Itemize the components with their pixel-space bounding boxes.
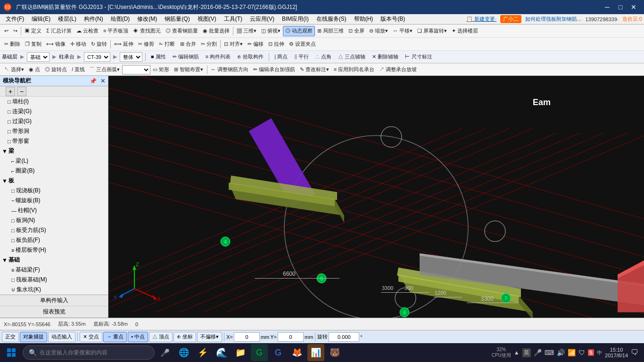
tb-select-tool[interactable]: ↖ 选择▾	[2, 65, 26, 75]
btn-vertex[interactable]: △ 顶点	[149, 332, 173, 342]
tb-check-mark[interactable]: ✎ 查改标注▾	[297, 65, 331, 75]
bc-whole-select[interactable]: 整体	[120, 52, 142, 62]
tb-zoom[interactable]: ⊖ 缩放▾	[367, 26, 390, 36]
tree-item-linliang[interactable]: □ 连梁(G)	[0, 107, 108, 116]
tb-delete-axis[interactable]: ✕ 删除辅轴	[370, 52, 401, 62]
logo-btn[interactable]: 广小二	[500, 15, 521, 23]
menu-tools[interactable]: 工具(T)	[220, 14, 246, 24]
tb-set-grip[interactable]: ⚙ 设置夹点	[287, 39, 318, 49]
tb-line[interactable]: / 直线	[69, 65, 87, 75]
taskbar-bear-btn[interactable]: 🐻	[326, 344, 343, 361]
tb-level-slab[interactable]: ≡ 平齐板顶	[101, 26, 131, 36]
tb-rotate[interactable]: ↻ 旋转	[89, 39, 109, 49]
menu-edit[interactable]: 编辑(E)	[28, 14, 54, 24]
tb-batch-select[interactable]: ◉ 批量选择	[200, 26, 232, 36]
tree-item-xianjiaob[interactable]: □ 现浇板(B)	[0, 186, 108, 196]
new-change-btn[interactable]: 📋 新建变更·	[466, 16, 496, 23]
tree-item-banfujin[interactable]: □ 板负筋(F)	[0, 235, 108, 245]
tb-delete[interactable]: ✂ 删除	[2, 39, 23, 49]
btn-no-offset[interactable]: 不偏移▾	[197, 332, 222, 342]
tree-item-loudaiban[interactable]: ≡ 楼层板带(H)	[0, 245, 108, 255]
bc-foundation-select[interactable]: 基础	[27, 52, 50, 62]
sidebar-minus-btn[interactable]: −	[17, 87, 26, 96]
start-button[interactable]	[2, 344, 21, 361]
tb-fullscreen[interactable]: ⊡ 全屏	[346, 26, 367, 36]
menu-view[interactable]: 视图(V)	[194, 14, 220, 24]
taskbar-green-btn[interactable]: G	[251, 344, 268, 361]
tree-section-liang[interactable]: ▼ 梁	[0, 146, 108, 156]
tb-define[interactable]: ▣ 定义	[22, 26, 44, 36]
tb-move[interactable]: ✛ 移动	[68, 39, 89, 49]
tb-parallel[interactable]: ∥ 平行	[292, 52, 311, 62]
tb-smart-layout[interactable]: ⊞ 智能布置▾	[172, 65, 206, 75]
tb-select-floor[interactable]: ✦ 选择楼层	[449, 26, 480, 36]
sys-network-icon[interactable]: 📶	[568, 349, 576, 356]
maximize-button[interactable]: □	[614, 0, 627, 14]
menu-component[interactable]: 构件(N)	[80, 14, 107, 24]
tb-find-element[interactable]: ◈ 查找图元	[131, 26, 163, 36]
tb-redo[interactable]: ↪	[11, 26, 20, 36]
tb-arc-select[interactable]	[122, 65, 150, 74]
tb-component-list[interactable]: ≡ 构件列表	[203, 52, 233, 62]
tb-view-steel[interactable]: ◎ 查看钢筋量	[163, 26, 200, 36]
sidebar-plus-btn[interactable]: +	[6, 87, 15, 96]
taskbar-folder-btn[interactable]: 📁	[232, 344, 249, 361]
tb-adjust-slope[interactable]: ↗ 调整承台放坡	[377, 65, 419, 75]
tb-3d[interactable]: ▦ 三维▾	[234, 26, 259, 36]
tb-apply-same[interactable]: ≡ 应用到同名承台	[331, 65, 377, 75]
tb-dim-mark[interactable]: ⊢ 尺寸标注	[403, 52, 434, 62]
close-button[interactable]: ✕	[627, 0, 640, 14]
taskbar-calc-btn[interactable]: 📊	[307, 344, 324, 361]
time-display[interactable]: 15:10 2017/8/14	[605, 347, 628, 358]
tb-point-tool[interactable]: ◉ 点	[26, 65, 42, 75]
menu-file[interactable]: 文件(F)	[2, 14, 28, 24]
taskbar-blue-g-btn[interactable]: G	[270, 344, 287, 361]
menu-help[interactable]: 帮助(H)	[350, 14, 377, 24]
sys-mic-icon[interactable]: 🎤	[534, 349, 542, 356]
tb-dynamic-observe[interactable]: ◎ 动态观察	[283, 26, 315, 36]
tb-property[interactable]: ■ 属性	[149, 52, 168, 62]
tree-item-liangL[interactable]: ⌐ 梁(L)	[0, 156, 108, 166]
tb-top-view[interactable]: ◫ 俯视▾	[259, 26, 283, 36]
tb-point-angle[interactable]: ∴ 点角	[313, 52, 334, 62]
tb-two-points[interactable]: | 两点	[272, 52, 290, 62]
tree-item-banshouli[interactable]: □ 板受力筋(S)	[0, 225, 108, 235]
tb-align[interactable]: ⊡ 对齐▾	[222, 39, 245, 49]
tree-section-jichu[interactable]: ▼ 基础	[0, 255, 108, 265]
tree-item-daixingchuang[interactable]: □ 带形窗	[0, 136, 108, 146]
menu-modify[interactable]: 修改(M)	[133, 14, 161, 24]
tb-cloud-check[interactable]: ☁ 云检查	[74, 26, 101, 36]
minimize-button[interactable]: ─	[601, 0, 614, 14]
sys-keyboard-icon[interactable]: ⌨	[545, 349, 554, 356]
tree-item-luoxuanb[interactable]: ~ 螺旋板(B)	[0, 196, 108, 206]
x-input[interactable]	[234, 332, 260, 342]
sys-volume-icon[interactable]: 🔊	[557, 349, 565, 356]
btn-dynamic-input[interactable]: 动态输入	[48, 332, 75, 342]
tb-merge[interactable]: ⊞ 合并	[178, 39, 198, 49]
tb-partial-3d[interactable]: ⊞ 局部三维	[315, 26, 346, 36]
tb-extend[interactable]: ⟺ 延伸	[112, 39, 136, 49]
btn-orthogonal[interactable]: 正交	[2, 332, 19, 342]
tb-edit-steel[interactable]: ✏ 编辑钢筋	[170, 52, 201, 62]
tb-pan[interactable]: ↔ 平移▾	[390, 26, 415, 36]
tree-item-guoliang[interactable]: □ 过梁(G)	[0, 116, 108, 126]
menu-steel-qty[interactable]: 钢筋量(Q)	[161, 14, 193, 24]
tb-stretch[interactable]: ⊡ 拉伸	[266, 39, 287, 49]
tree-item-daixingdong[interactable]: □ 带形洞	[0, 126, 108, 136]
tree-item-fabanjichu[interactable]: □ 筏板基础(M)	[0, 275, 108, 285]
tb-undo[interactable]: ↩	[2, 26, 11, 36]
tb-adjust-dir[interactable]: ↔ 调整钢筋方向	[208, 65, 251, 75]
single-component-btn[interactable]: 单构件输入	[0, 295, 108, 306]
tb-trim[interactable]: ✂ 修剪	[136, 39, 157, 49]
sidebar-close-icon[interactable]: ✕	[100, 78, 105, 84]
menu-online[interactable]: 在线服务(S)	[313, 14, 350, 24]
tb-summary[interactable]: Σ 汇总计算	[44, 26, 74, 36]
menu-bim[interactable]: BIM应用(I)	[278, 14, 313, 24]
report-preview-btn[interactable]: 报表预览	[0, 306, 108, 318]
taskbar-mic-btn[interactable]: 🎤	[157, 344, 173, 361]
rotate-input[interactable]	[329, 332, 359, 342]
taskbar-globe-btn[interactable]: 🌐	[175, 344, 192, 361]
menu-floor[interactable]: 楼层(L)	[54, 14, 80, 24]
sys-ime-icon[interactable]: 英	[522, 348, 531, 357]
tb-copy[interactable]: ❐ 复制	[23, 39, 44, 49]
